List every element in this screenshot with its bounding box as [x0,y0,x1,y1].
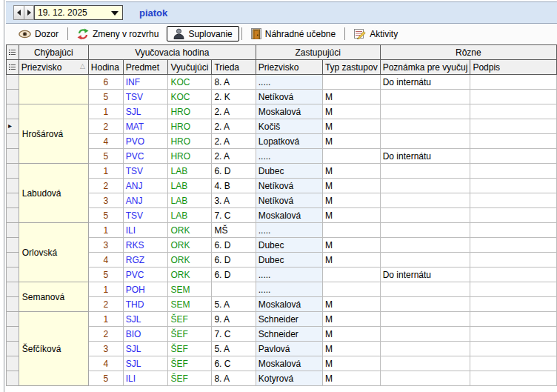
substitute-cell[interactable]: Netíková [256,179,322,193]
subject-cell[interactable]: TSV [123,164,168,179]
hour-cell[interactable]: 3 [88,238,123,253]
note-cell[interactable] [380,327,470,342]
hour-cell[interactable]: 1 [88,164,123,179]
hour-cell[interactable]: 2 [88,179,123,193]
signature-cell[interactable] [470,104,557,119]
hour-cell[interactable]: 4 [88,253,123,268]
class-cell[interactable]: 2. A [212,104,256,119]
row-gutter-cell[interactable] [7,371,19,386]
subject-cell[interactable]: INF [123,75,168,90]
substitution-type-cell[interactable]: M [322,119,380,134]
signature-cell[interactable] [470,253,557,268]
tab-nahradne-ucebne[interactable]: Náhradné učebne [244,26,342,41]
substitute-cell[interactable]: ..... [256,282,322,297]
hour-cell[interactable]: 5 [88,208,123,223]
column-header-class[interactable]: Trieda [212,60,256,75]
substitution-type-cell[interactable] [322,223,380,238]
note-cell[interactable] [380,164,470,179]
class-cell[interactable]: 2. A [212,134,256,149]
class-cell[interactable]: 2. A [212,119,256,134]
missing-teacher-cell[interactable]: Labudová [19,164,88,223]
substitution-type-cell[interactable]: M [322,297,380,312]
substitution-type-cell[interactable]: M [322,193,380,208]
substitute-cell[interactable]: Moskalová [256,356,322,371]
missing-teacher-cell[interactable] [19,75,88,104]
substitute-cell[interactable]: Dubec [256,238,322,253]
substitute-cell[interactable]: Dubec [256,164,322,179]
signature-cell[interactable] [470,179,557,193]
substitute-cell[interactable]: Pavlová [256,342,322,356]
signature-cell[interactable] [470,149,557,164]
note-cell[interactable]: Do internátu [380,75,470,90]
note-cell[interactable] [380,223,470,238]
substitution-type-cell[interactable] [322,268,380,282]
class-cell[interactable]: 4. B [212,179,256,193]
class-cell[interactable]: 6. D [212,164,256,179]
teacher-cell[interactable]: ORK [168,238,212,253]
signature-cell[interactable] [470,342,557,356]
substitute-cell[interactable]: Moskalová [256,208,322,223]
class-cell[interactable]: 5. A [212,342,256,356]
signature-cell[interactable] [470,119,557,134]
teacher-cell[interactable]: HRO [168,119,212,134]
row-gutter-cell[interactable] [7,253,19,268]
note-cell[interactable] [380,134,470,149]
teacher-cell[interactable]: SEM [168,297,212,312]
row-gutter-cell[interactable] [7,179,19,193]
row-gutter-cell[interactable] [7,238,19,253]
substitution-type-cell[interactable]: M [322,342,380,356]
teacher-cell[interactable]: HRO [168,104,212,119]
class-cell[interactable]: 6. C [212,356,256,371]
substitution-type-cell[interactable] [322,282,380,297]
teacher-cell[interactable]: SEM [168,282,212,297]
note-cell[interactable] [380,356,470,371]
substitute-cell[interactable]: Dubec [256,253,322,268]
signature-cell[interactable] [470,297,557,312]
hour-cell[interactable]: 1 [88,312,123,327]
teacher-cell[interactable]: KOC [168,75,212,90]
substitute-cell[interactable]: ..... [256,149,322,164]
next-day-button[interactable] [24,5,34,20]
signature-cell[interactable] [470,223,557,238]
class-cell[interactable] [212,282,256,297]
note-cell[interactable] [380,282,470,297]
missing-teacher-cell[interactable]: Hrošárová [19,104,88,164]
teacher-cell[interactable]: ŠEF [168,342,212,356]
substitution-type-cell[interactable]: M [322,312,380,327]
note-cell[interactable] [380,119,470,134]
hour-cell[interactable]: 1 [88,223,123,238]
substitute-cell[interactable]: Lopatková [256,134,322,149]
note-cell[interactable] [380,238,470,253]
row-gutter-cell[interactable] [7,193,19,208]
date-combobox[interactable] [34,5,123,20]
hour-cell[interactable]: 2 [88,119,123,134]
subject-cell[interactable]: PVO [123,134,168,149]
signature-cell[interactable] [470,282,557,297]
row-gutter-cell[interactable] [7,297,19,312]
note-cell[interactable]: Do internátu [380,268,470,282]
teacher-cell[interactable]: LAB [168,208,212,223]
class-cell[interactable]: 6. D [212,268,256,282]
note-cell[interactable] [380,193,470,208]
hour-cell[interactable]: 5 [88,371,123,386]
hour-cell[interactable]: 1 [88,282,123,297]
note-cell[interactable] [380,90,470,104]
dropdown-arrow-icon[interactable] [111,11,119,16]
subject-cell[interactable]: SJL [123,104,168,119]
teacher-cell[interactable]: ŠEF [168,327,212,342]
substitution-type-cell[interactable]: M [322,179,380,193]
teacher-cell[interactable]: ŠEF [168,312,212,327]
teacher-cell[interactable]: HRO [168,149,212,164]
teacher-cell[interactable]: ORK [168,268,212,282]
substitute-cell[interactable]: ..... [256,223,322,238]
subject-cell[interactable]: MAT [123,119,168,134]
hour-cell[interactable]: 4 [88,356,123,371]
signature-cell[interactable] [470,356,557,371]
row-gutter-cell[interactable] [7,268,19,282]
substitution-type-cell[interactable]: M [322,164,380,179]
missing-teacher-cell[interactable]: Semanová [19,282,88,312]
substitute-cell[interactable]: Kočiš [256,119,322,134]
note-cell[interactable]: Do internátu [380,149,470,164]
row-gutter-cell[interactable] [7,75,19,90]
note-cell[interactable] [380,297,470,312]
